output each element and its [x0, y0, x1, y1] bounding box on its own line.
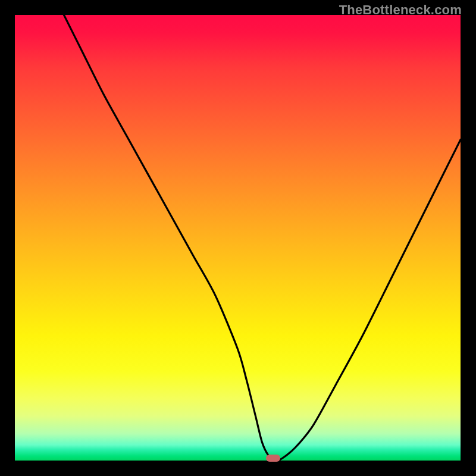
chart-container: TheBottleneck.com [0, 0, 476, 476]
bottleneck-min-marker [266, 455, 280, 462]
bottleneck-curve [15, 15, 461, 461]
plot-area [15, 15, 461, 461]
